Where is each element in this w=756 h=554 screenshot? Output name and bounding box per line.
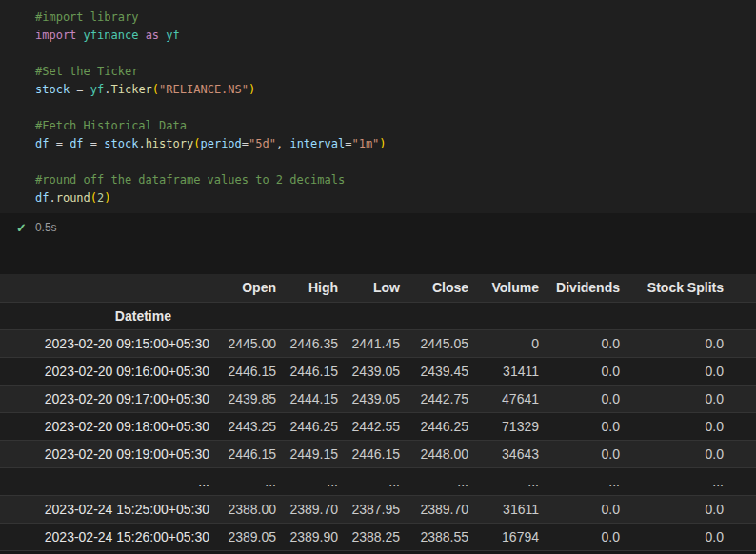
value-cell: 2446.25 bbox=[286, 412, 348, 440]
dataframe-table: OpenHighLowCloseVolumeDividendsStock Spl… bbox=[0, 274, 756, 551]
table-row: ........................ bbox=[0, 467, 756, 495]
datetime-cell: 2023-02-20 09:16:00+05:30 bbox=[0, 357, 219, 385]
code-token-operator: , bbox=[276, 137, 289, 150]
table-row: 2023-02-20 09:15:00+05:302445.002446.352… bbox=[0, 329, 756, 357]
value-cell: ... bbox=[629, 467, 756, 495]
code-token-paren: ( bbox=[90, 191, 97, 205]
value-cell: 2449.15 bbox=[286, 440, 348, 467]
value-cell: 2442.75 bbox=[409, 385, 478, 412]
code-line: #round off the dataframe values to 2 dec… bbox=[35, 171, 745, 189]
value-cell: 0.0 bbox=[548, 385, 629, 412]
value-cell: 2445.00 bbox=[219, 329, 286, 357]
code-token-module: yf bbox=[166, 29, 179, 42]
value-cell: 34643 bbox=[478, 440, 548, 467]
index-row-spacer bbox=[286, 302, 348, 329]
value-cell: 0.0 bbox=[548, 495, 629, 523]
value-cell: 2442.55 bbox=[348, 412, 409, 440]
code-token-variable: interval bbox=[289, 137, 345, 150]
code-token-variable: df bbox=[35, 191, 49, 205]
code-token-comment: #import library bbox=[35, 10, 138, 24]
code-line: #Set the Ticker bbox=[35, 63, 745, 81]
column-header: Stock Splits bbox=[629, 274, 756, 302]
index-name-row: Datetime bbox=[0, 302, 756, 329]
table-row: 2023-02-20 09:17:00+05:302439.852444.152… bbox=[0, 385, 756, 412]
code-token-operator: = bbox=[84, 137, 105, 150]
value-cell: 0.0 bbox=[548, 329, 629, 357]
code-editor[interactable]: #import libraryimport yfinance as yf #Se… bbox=[0, 0, 756, 213]
value-cell: 47641 bbox=[478, 385, 548, 412]
value-cell: 2439.45 bbox=[409, 357, 478, 385]
code-token-variable: period bbox=[200, 137, 241, 150]
value-cell: 2446.15 bbox=[219, 357, 286, 385]
code-token-module: yfinance bbox=[84, 29, 139, 42]
code-token-variable: df bbox=[35, 137, 49, 150]
value-cell: 2448.00 bbox=[409, 440, 478, 467]
index-row-spacer bbox=[409, 302, 478, 329]
value-cell: 0.0 bbox=[548, 523, 629, 550]
datetime-cell: 2023-02-20 09:19:00+05:30 bbox=[0, 440, 219, 467]
code-token-string: "1m" bbox=[351, 137, 379, 150]
value-cell: 31411 bbox=[478, 357, 548, 385]
code-token-comment: #Set the Ticker bbox=[35, 65, 138, 78]
code-token-function: Ticker bbox=[111, 83, 152, 96]
table-row: 2023-02-20 09:16:00+05:302446.152446.152… bbox=[0, 357, 756, 385]
value-cell: 31611 bbox=[478, 495, 548, 523]
execution-duration: 0.5s bbox=[35, 221, 57, 234]
success-check-icon: ✓ bbox=[16, 221, 27, 235]
column-header: Dividends bbox=[548, 274, 629, 302]
value-cell: ... bbox=[409, 467, 478, 495]
column-header: Close bbox=[409, 274, 478, 302]
value-cell: 0.0 bbox=[629, 357, 756, 385]
value-cell: 0.0 bbox=[629, 329, 756, 357]
value-cell: 2387.95 bbox=[348, 495, 409, 523]
table-row: 2023-02-20 09:18:00+05:302443.252446.252… bbox=[0, 412, 756, 440]
code-token-plain bbox=[138, 29, 145, 42]
code-token-variable: stock bbox=[104, 137, 138, 150]
code-line bbox=[35, 153, 745, 171]
value-cell: 2445.05 bbox=[409, 329, 478, 357]
code-token-variable: df bbox=[70, 137, 83, 150]
index-column-header bbox=[0, 274, 219, 302]
table-row: 2023-02-20 09:19:00+05:302446.152449.152… bbox=[0, 440, 756, 467]
index-row-spacer bbox=[629, 302, 756, 329]
execution-status-bar: ✓ 0.5s bbox=[0, 213, 756, 242]
index-row-spacer bbox=[478, 302, 548, 329]
code-line: import yfinance as yf bbox=[35, 27, 745, 45]
value-cell: 2389.90 bbox=[286, 523, 348, 550]
value-cell: 0.0 bbox=[548, 412, 629, 440]
value-cell: ... bbox=[219, 467, 286, 495]
value-cell: 0.0 bbox=[629, 523, 756, 550]
code-token-operator: . bbox=[49, 191, 55, 205]
code-token-keyword: import bbox=[35, 29, 76, 42]
code-token-comment: #Fetch Historical Data bbox=[35, 119, 187, 132]
code-line: df.round(2) bbox=[35, 189, 745, 208]
code-token-operator: = bbox=[70, 83, 90, 96]
index-row-spacer bbox=[348, 302, 409, 329]
table-row: 2023-02-24 15:25:00+05:302388.002389.702… bbox=[0, 495, 756, 523]
code-line: stock = yf.Ticker("RELIANCE.NS") bbox=[35, 81, 745, 99]
code-token-operator: = bbox=[49, 137, 70, 150]
code-token-operator: . bbox=[138, 137, 145, 150]
value-cell: 2439.85 bbox=[219, 385, 286, 412]
value-cell: 0.0 bbox=[629, 495, 756, 523]
table-header: OpenHighLowCloseVolumeDividendsStock Spl… bbox=[0, 274, 756, 329]
code-token-comment: #round off the dataframe values to 2 dec… bbox=[35, 173, 345, 187]
value-cell: 2389.05 bbox=[219, 523, 286, 550]
index-name-label: Datetime bbox=[0, 302, 219, 329]
value-cell: 2446.15 bbox=[219, 440, 286, 467]
column-header: Low bbox=[348, 274, 409, 302]
code-token-function: round bbox=[56, 191, 90, 205]
value-cell: 0.0 bbox=[629, 412, 756, 440]
value-cell: 2441.45 bbox=[348, 329, 409, 357]
value-cell: ... bbox=[286, 467, 348, 495]
datetime-cell: 2023-02-20 09:18:00+05:30 bbox=[0, 412, 219, 440]
code-token-plain bbox=[76, 29, 83, 42]
value-cell: ... bbox=[478, 467, 548, 495]
code-line: #import library bbox=[35, 9, 745, 27]
value-cell: 2446.25 bbox=[409, 412, 478, 440]
value-cell: 0 bbox=[478, 329, 548, 357]
value-cell: 2444.15 bbox=[286, 385, 348, 412]
code-token-operator: . bbox=[104, 83, 110, 96]
code-token-string: "5d" bbox=[249, 137, 276, 150]
code-token-paren: ) bbox=[379, 137, 386, 150]
